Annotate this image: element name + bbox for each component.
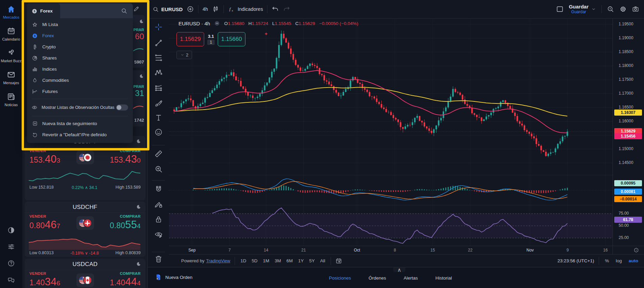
save-button[interactable]: Guardar Guardar [569, 4, 596, 14]
tab-alertas[interactable]: Alertas [404, 275, 418, 281]
sidebar-item-market-buzz[interactable]: Market Buzz [0, 48, 22, 63]
tool-hide-drawings[interactable] [154, 230, 163, 239]
menu-item-forex[interactable]: $Forex [27, 30, 133, 41]
tool-emoji[interactable] [154, 128, 163, 137]
watchlist-tab-forex[interactable]: $ Forex [27, 3, 60, 19]
price-badge: 1.16307 [614, 110, 642, 116]
new-order-button[interactable]: Nueva Orden [155, 273, 192, 281]
new-watchlist-button[interactable]: Nueva lista de seguimiento [27, 118, 133, 129]
tool-zoom-in[interactable] [154, 165, 163, 173]
tool-measure[interactable] [154, 149, 163, 158]
tool-forecast[interactable] [154, 84, 163, 93]
snapshot-button[interactable] [632, 5, 639, 13]
quick-search-button[interactable] [607, 5, 614, 13]
tradingview-link[interactable]: TradingView [206, 258, 231, 263]
support-chat-button[interactable] [7, 276, 15, 284]
symbol-header[interactable]: USDCAD [25, 259, 145, 270]
go-to-date-button[interactable] [335, 258, 342, 264]
menu-item-indices[interactable]: Indices [27, 64, 133, 75]
edit-watchlist-button[interactable] [133, 5, 140, 12]
revert-default-button[interactable]: Revertir a "Default"/Pre definido [27, 129, 133, 140]
buy-button[interactable]: COMPRAR0.80554 [110, 214, 141, 232]
range-button-5y[interactable]: 5Y [308, 258, 316, 264]
tab-posiciones[interactable]: Posiciones [329, 275, 351, 281]
range-button-5d[interactable]: 5D [251, 258, 258, 264]
open-value: 1.15680 [228, 21, 244, 26]
collapse-indicators-button[interactable]: 2 [176, 51, 192, 59]
menu-item-crypto[interactable]: Crypto [27, 41, 133, 52]
layout-button[interactable] [556, 5, 564, 13]
range-button-6m[interactable]: 6M [285, 258, 294, 264]
hidden-lists-toggle[interactable] [116, 104, 128, 111]
sidebar-item-mensajes[interactable]: Mensajes [0, 70, 22, 85]
tool-drawing-mode[interactable] [154, 200, 163, 209]
menu-item-shares[interactable]: Shares [27, 52, 133, 64]
sell-button[interactable]: VENDER0.80467 [29, 214, 60, 232]
plus-square-icon [32, 121, 38, 126]
symbol-header[interactable]: USDCHF [25, 201, 145, 213]
range-button-1m[interactable]: 1M [262, 258, 270, 264]
candlestick-chart[interactable] [169, 19, 613, 254]
buy-button[interactable]: 1.15660 [218, 32, 245, 46]
redo-button[interactable] [283, 5, 290, 13]
tool-brush[interactable] [154, 99, 163, 107]
clock-label[interactable]: 23:23:56 (UTC+1) [557, 258, 594, 263]
symbol-search-button[interactable] [121, 7, 127, 14]
legend-title[interactable]: EURUSD · 4h [178, 21, 210, 26]
sidebar-item-mercados[interactable]: Mercados [0, 5, 22, 20]
tool-remove-drawings[interactable] [154, 255, 163, 263]
watchlist-card-usdchf[interactable]: USDCHFVENDER0.80467COMPRAR0.80554Low 0.8… [25, 201, 145, 257]
preferences-button[interactable] [7, 243, 15, 251]
sell-button[interactable]: VENDER1.40346 [29, 271, 60, 288]
buy-button[interactable]: COMPRAR1.40444 [110, 271, 141, 288]
show-hidden-lists-row[interactable]: Mostrar Listas de Observación Ocultas [27, 101, 133, 114]
minus-circle-icon[interactable] [214, 20, 220, 26]
symbol-search-field[interactable]: EURUSD [152, 6, 183, 13]
toolbar-divider [152, 252, 165, 252]
compare-add-button[interactable] [187, 5, 194, 13]
tool-trend-line[interactable] [154, 39, 163, 47]
axis-settings[interactable] [613, 246, 644, 254]
watchlist-card-usdcad[interactable]: USDCADVENDER1.40346COMPRAR1.40444 [25, 259, 145, 288]
search-icon [152, 6, 159, 13]
save-label: Guardar [569, 4, 589, 9]
range-button-1d[interactable]: 1D [239, 258, 247, 264]
spread-value: 3.1 [208, 34, 214, 39]
sell-button[interactable]: VENDER153.403 [29, 149, 60, 166]
time-axis[interactable]: Sep71421Oct81522Nov916 [169, 246, 613, 254]
buy-button[interactable]: COMPRAR153.430 [110, 149, 141, 166]
change-value: −0.00050 (−0.04%) [319, 21, 358, 26]
auto-scale-button[interactable]: auto [628, 258, 640, 264]
settings-button[interactable] [619, 5, 627, 13]
menu-item-mi-lista[interactable]: Mi Lista [27, 19, 133, 30]
tool-xabcd-pattern[interactable] [154, 68, 163, 77]
tool-magnet[interactable] [154, 185, 163, 194]
watchlist-card-usdjpy[interactable]: USDJPYVENDER153.403COMPRAR153.430Low 152… [25, 136, 145, 200]
tab-historial[interactable]: Historial [435, 275, 452, 281]
tool-text[interactable] [154, 113, 163, 122]
theme-toggle-button[interactable] [7, 226, 15, 234]
interval-button[interactable]: 4h [202, 6, 208, 12]
tab--rdenes[interactable]: Órdenes [368, 275, 386, 281]
range-button-1y[interactable]: 1Y [297, 258, 305, 264]
sidebar-item-calendario[interactable]: Calendario [0, 27, 22, 42]
revert-default-label: Revertir a "Default"/Pre definido [42, 132, 106, 137]
percent-scale-button[interactable]: % [604, 258, 610, 264]
chart-canvas[interactable] [169, 19, 613, 254]
sell-button[interactable]: 1.15629 [176, 32, 204, 46]
time-label: 9 [567, 248, 569, 253]
chart-style-button[interactable] [212, 5, 219, 13]
help-button[interactable] [7, 259, 15, 267]
tool-crosshair[interactable] [154, 23, 163, 31]
tool-fib-retracement[interactable] [154, 53, 163, 62]
indicators-button[interactable]: fx Indicadores [228, 5, 263, 13]
log-scale-button[interactable]: log [615, 258, 623, 264]
undo-button[interactable] [271, 5, 279, 13]
price-scale[interactable]: 1.195001.190001.185001.180001.175001.170… [613, 19, 644, 254]
range-button-3m[interactable]: 3M [274, 258, 282, 264]
menu-item-futures[interactable]: Futures [27, 86, 133, 97]
menu-item-commodities[interactable]: Commodities [27, 75, 133, 86]
sidebar-item-noticias[interactable]: Noticias [0, 92, 22, 107]
range-button-all[interactable]: All [319, 258, 326, 264]
tool-lock-all[interactable] [154, 215, 163, 224]
